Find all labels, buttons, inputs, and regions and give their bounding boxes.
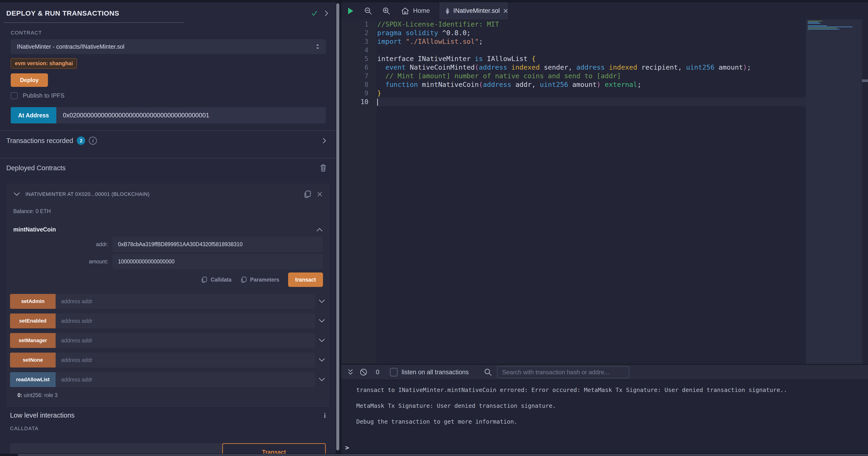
tab-inativeminter-sol[interactable]: INativeMinter.sol bbox=[440, 2, 507, 19]
terminal-log-line: transact to INativeMinter.mintNativeCoin… bbox=[356, 387, 863, 393]
expand-function-chevron-icon[interactable] bbox=[318, 358, 325, 362]
function-row: setManager bbox=[10, 333, 326, 348]
function-param-row: amount: bbox=[13, 254, 323, 269]
open-function-block: mintNativeCoin addr: amount: bbox=[6, 226, 330, 287]
terminal-toolbar: 0 listen on all transactions bbox=[341, 365, 868, 380]
code-line[interactable]: 6 event NativeCoinMinted(address indexed… bbox=[341, 63, 806, 72]
terminal-search-input[interactable] bbox=[497, 366, 629, 378]
clear-console-ban-icon[interactable] bbox=[360, 368, 367, 376]
editor-scrollbar-track[interactable] bbox=[862, 19, 868, 364]
minimap-code bbox=[806, 19, 862, 32]
low-level-info-icon: i bbox=[324, 411, 326, 420]
function-arg-input[interactable] bbox=[56, 294, 315, 309]
calldata-input[interactable] bbox=[10, 443, 223, 454]
expand-function-chevron-icon[interactable] bbox=[318, 338, 325, 343]
param-label: addr: bbox=[96, 241, 113, 248]
home-tab-label: Home bbox=[413, 7, 430, 15]
deployed-contracts-section: Deployed Contracts INATIVEMINTER AT 0X02… bbox=[0, 159, 336, 405]
zoom-in-icon[interactable] bbox=[382, 7, 390, 15]
text-cursor bbox=[377, 99, 378, 106]
expand-function-chevron-icon[interactable] bbox=[318, 299, 325, 304]
terminal-prompt[interactable]: > bbox=[345, 444, 349, 452]
publish-ipfs-checkbox[interactable] bbox=[11, 92, 18, 99]
deployed-contracts-label: Deployed Contracts bbox=[6, 164, 66, 172]
horizontal-scrollbar[interactable] bbox=[18, 454, 868, 456]
transactions-expand-chevron-icon[interactable] bbox=[322, 137, 327, 144]
code-line[interactable]: 3import "./IAllowList.sol"; bbox=[341, 37, 806, 46]
code-editor[interactable]: 1//SPDX-License-Identifier: MIT2pragma s… bbox=[341, 19, 868, 364]
at-address-button[interactable]: At Address bbox=[11, 107, 56, 123]
editor-minimap[interactable] bbox=[806, 19, 862, 364]
param-input[interactable] bbox=[113, 237, 323, 252]
deployed-contract-title: INATIVEMINTER AT 0X020...00001 (BLOCKCHA… bbox=[25, 191, 298, 197]
contract-collapse-chevron-icon[interactable] bbox=[13, 192, 20, 197]
code-line[interactable]: 2pragma solidity ^0.8.0; bbox=[341, 29, 806, 37]
terminal-region: 0 listen on all transactions transact to… bbox=[341, 364, 868, 454]
function-row: setEnabled bbox=[10, 313, 326, 329]
copy-calldata-button[interactable]: Calldata bbox=[201, 276, 231, 284]
function-call-button[interactable]: setManager bbox=[10, 333, 56, 348]
at-address-input[interactable] bbox=[56, 107, 326, 123]
copy-address-icon[interactable] bbox=[304, 190, 312, 199]
remove-contract-close-icon[interactable] bbox=[317, 192, 322, 197]
code-line[interactable]: 8 function mintNativeCoin(address addr, … bbox=[341, 80, 806, 89]
code-line[interactable]: 7 // Mint [amount] number of native coin… bbox=[341, 72, 806, 80]
function-row: setAdmin bbox=[10, 294, 326, 309]
deploy-button[interactable]: Deploy bbox=[11, 74, 48, 87]
code-line[interactable]: 10 bbox=[341, 97, 806, 106]
expand-function-chevron-icon[interactable] bbox=[318, 319, 325, 323]
clear-contracts-trash-icon[interactable] bbox=[320, 164, 327, 172]
solidity-file-icon bbox=[445, 7, 450, 15]
code-lines: 1//SPDX-License-Identifier: MIT2pragma s… bbox=[341, 20, 806, 106]
zoom-out-icon[interactable] bbox=[364, 7, 372, 15]
publish-ipfs-label: Publish to IPFS bbox=[23, 92, 64, 99]
panel-header: DEPLOY & RUN TRANSACTIONS bbox=[0, 2, 336, 17]
contract-select[interactable]: INativeMinter - contracts/INativeMinter.… bbox=[11, 39, 326, 54]
code-line[interactable]: 1//SPDX-License-Identifier: MIT bbox=[341, 20, 806, 29]
editor-toolbar: Home INativeMinter.sol bbox=[341, 2, 868, 19]
close-tab-icon[interactable] bbox=[503, 8, 508, 13]
evm-version-badge: evm version: shanghai bbox=[11, 58, 77, 69]
function-arg-input[interactable] bbox=[56, 372, 315, 387]
low-level-transact-button[interactable]: Transact bbox=[222, 443, 326, 454]
expand-function-chevron-icon[interactable] bbox=[318, 377, 325, 382]
terminal-log-line: MetaMask Tx Signature: User denied trans… bbox=[356, 402, 863, 409]
active-tab-label: INativeMinter.sol bbox=[453, 7, 500, 15]
function-arg-input[interactable] bbox=[56, 313, 315, 329]
low-level-title: Low level interactions bbox=[10, 411, 74, 419]
copy-parameters-button[interactable]: Parameters bbox=[240, 276, 279, 284]
function-call-button[interactable]: setAdmin bbox=[10, 294, 56, 309]
function-row: setNone bbox=[10, 352, 326, 368]
deployed-contract-card: INATIVEMINTER AT 0X020...00001 (BLOCKCHA… bbox=[6, 183, 330, 405]
listen-transactions-checkbox[interactable] bbox=[390, 368, 398, 376]
transactions-recorded-row[interactable]: Transactions recorded 2 i bbox=[0, 131, 336, 151]
panel-scrollbar[interactable] bbox=[336, 3, 339, 450]
function-collapse-chevron-up-icon[interactable] bbox=[316, 227, 323, 232]
deploy-section: CONTRACT INativeMinter - contracts/INati… bbox=[0, 23, 336, 123]
function-call-button[interactable]: readAllowList bbox=[10, 372, 56, 387]
param-input[interactable] bbox=[113, 254, 323, 269]
transactions-recorded-label: Transactions recorded bbox=[6, 137, 73, 145]
code-line[interactable]: 9} bbox=[341, 89, 806, 97]
tab-home[interactable]: Home bbox=[401, 7, 430, 15]
collapse-terminal-double-chevron-icon[interactable] bbox=[347, 368, 353, 376]
code-line[interactable]: 5interface INativeMinter is IAllowList { bbox=[341, 55, 806, 63]
deploy-run-panel: DEPLOY & RUN TRANSACTIONS CONTRACT INati… bbox=[0, 2, 336, 454]
environment-ok-check-icon bbox=[311, 9, 318, 17]
editor-region: Home INativeMinter.sol 1//SPDX-License-I… bbox=[341, 2, 868, 364]
low-level-section: Low level interactions i CALLDATA Transa… bbox=[0, 406, 336, 454]
function-arg-input[interactable] bbox=[56, 352, 315, 368]
contract-select-value: INativeMinter - contracts/INativeMinter.… bbox=[17, 43, 315, 50]
function-return-value: 0: uint256: role 3 bbox=[6, 392, 330, 398]
run-script-play-icon[interactable] bbox=[347, 7, 354, 15]
function-call-button[interactable]: setNone bbox=[10, 352, 56, 368]
function-row: readAllowList bbox=[10, 372, 326, 387]
function-call-button[interactable]: setEnabled bbox=[10, 313, 56, 329]
contract-label: CONTRACT bbox=[11, 30, 326, 36]
info-icon: i bbox=[89, 137, 97, 145]
panel-expand-chevron-icon[interactable] bbox=[324, 9, 329, 17]
code-line[interactable]: 4 bbox=[341, 46, 806, 55]
editor-scrollbar-thumb[interactable] bbox=[862, 79, 868, 82]
transact-button[interactable]: transact bbox=[288, 273, 323, 287]
function-arg-input[interactable] bbox=[56, 333, 315, 348]
